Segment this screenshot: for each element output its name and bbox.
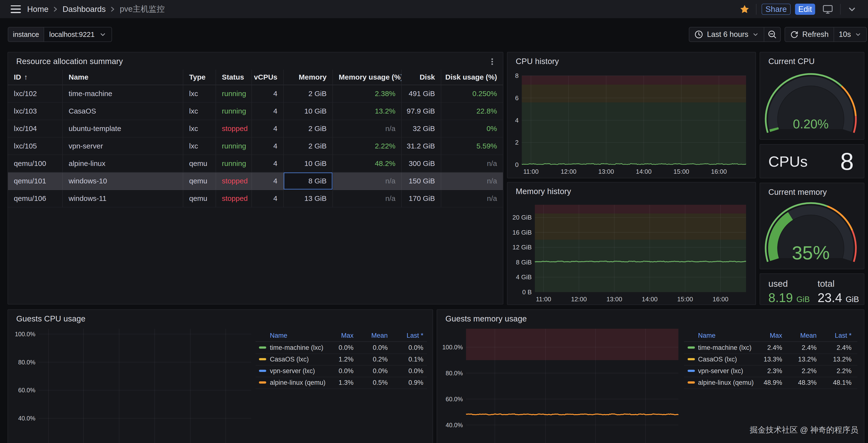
cell-status[interactable]: running	[216, 138, 252, 155]
cell-type[interactable]: lxc	[183, 85, 216, 102]
cell-disk[interactable]: 491 GiB	[402, 85, 441, 102]
cell-mem_usage[interactable]: 2.38%	[333, 85, 402, 102]
cell-vcpus[interactable]: 4	[252, 120, 284, 138]
nav-chevron-down-icon[interactable]	[846, 3, 858, 16]
cell-status[interactable]: running	[216, 155, 252, 173]
cell-type[interactable]: qemu	[183, 173, 216, 190]
cell-id[interactable]: qemu/106	[8, 190, 63, 207]
cell-mem_usage[interactable]: n/a	[333, 173, 402, 190]
cell-vcpus[interactable]: 4	[252, 85, 284, 102]
cell-name[interactable]: time-machine	[63, 85, 183, 102]
cell-type[interactable]: lxc	[183, 120, 216, 138]
cell-name[interactable]: vpn-server	[63, 138, 183, 155]
column-header-type[interactable]: Type	[183, 70, 216, 85]
cell-mem_usage[interactable]: n/a	[333, 190, 402, 207]
svg-text:8: 8	[515, 72, 519, 79]
cell-id[interactable]: qemu/100	[8, 155, 63, 173]
cell-id[interactable]: lxc/105	[8, 138, 63, 155]
breadcrumb-home[interactable]: Home	[27, 5, 49, 14]
cell-status[interactable]: stopped	[216, 173, 252, 190]
cell-disk[interactable]: 31.2 GiB	[402, 138, 441, 155]
cell-memory[interactable]: 10 GiB	[284, 155, 333, 173]
cell-id[interactable]: qemu/101	[8, 173, 63, 190]
column-header-status[interactable]: Status	[216, 70, 252, 85]
cell-id[interactable]: lxc/103	[8, 102, 63, 120]
menu-toggle-icon[interactable]	[11, 5, 21, 13]
favorite-star-icon[interactable]	[738, 3, 751, 16]
cell-disk_usage[interactable]: 22.8%	[441, 102, 503, 120]
cell-memory[interactable]: 2 GiB	[284, 120, 333, 138]
cell-disk[interactable]: 97.9 GiB	[402, 102, 441, 120]
cell-vcpus[interactable]: 4	[252, 190, 284, 207]
cell-vcpus[interactable]: 4	[252, 155, 284, 173]
cell-type[interactable]: qemu	[183, 190, 216, 207]
cell-mem_usage[interactable]: 48.2%	[333, 155, 402, 173]
column-header-memory-usage-[interactable]: Memory usage (%)	[333, 70, 402, 85]
column-header-disk[interactable]: Disk	[402, 70, 441, 85]
edit-button[interactable]: Edit	[795, 4, 815, 15]
cell-disk[interactable]: 32 GiB	[402, 120, 441, 138]
panel-menu-kebab-icon[interactable]	[487, 56, 498, 67]
cell-disk_usage[interactable]: n/a	[441, 190, 503, 207]
svg-text:13:00: 13:00	[607, 295, 622, 303]
guests-cpu-chart[interactable]: 40.0%60.0%80.0%100.0%	[8, 310, 434, 443]
variable-value-dropdown[interactable]: localhost:9221	[44, 27, 112, 42]
cell-name[interactable]: windows-11	[63, 190, 183, 207]
cell-id[interactable]: lxc/104	[8, 120, 63, 138]
cell-vcpus[interactable]: 4	[252, 138, 284, 155]
cell-id[interactable]: lxc/102	[8, 85, 63, 102]
svg-text:12:00: 12:00	[561, 168, 576, 175]
cell-name[interactable]: windows-10	[63, 173, 183, 190]
top-nav: Home Dashboards pve主机监控 Share Edit	[0, 0, 868, 18]
cell-status[interactable]: running	[216, 102, 252, 120]
cell-name[interactable]: CasaOS	[63, 102, 183, 120]
cell-disk[interactable]: 150 GiB	[402, 173, 441, 190]
refresh-button[interactable]: Refresh	[784, 27, 834, 42]
zoom-out-button[interactable]	[764, 27, 781, 42]
column-header-name[interactable]: Name	[63, 70, 183, 85]
column-header-memory[interactable]: Memory	[284, 70, 333, 85]
tv-mode-icon[interactable]	[820, 2, 835, 17]
share-button[interactable]: Share	[762, 4, 790, 15]
cell-memory[interactable]: 2 GiB	[284, 138, 333, 155]
cell-vcpus[interactable]: 4	[252, 173, 284, 190]
cell-type[interactable]: lxc	[183, 138, 216, 155]
cell-disk[interactable]: 170 GiB	[402, 190, 441, 207]
sort-asc-icon: ↑	[24, 73, 28, 81]
cell-disk[interactable]: 300 GiB	[402, 155, 441, 173]
time-range-picker[interactable]: Last 6 hours	[689, 27, 764, 42]
cell-disk_usage[interactable]: 0.250%	[441, 85, 503, 102]
svg-text:13:00: 13:00	[598, 168, 614, 175]
cell-disk_usage[interactable]: 0%	[441, 120, 503, 138]
guests-memory-chart[interactable]: 40.0%60.0%80.0%100.0%	[437, 310, 865, 443]
cell-type[interactable]: qemu	[183, 155, 216, 173]
cell-status[interactable]: stopped	[216, 120, 252, 138]
refresh-interval-dropdown[interactable]: 10s	[834, 27, 867, 42]
cpu-history-chart[interactable]: 0246811:0012:0013:0014:0015:0016:00	[507, 52, 756, 179]
cell-disk_usage[interactable]: n/a	[441, 173, 503, 190]
breadcrumb-dashboards[interactable]: Dashboards	[63, 5, 106, 14]
cell-mem_usage[interactable]: n/a	[333, 120, 402, 138]
memory-history-chart[interactable]: 0 B4 GiB8 GiB12 GiB16 GiB20 GiB11:0012:0…	[507, 182, 756, 305]
cell-memory[interactable]: 10 GiB	[284, 102, 333, 120]
cell-name[interactable]: ubuntu-template	[63, 120, 183, 138]
cell-disk_usage[interactable]: 5.59%	[441, 138, 503, 155]
cell-memory[interactable]: 8 GiB	[284, 173, 333, 190]
svg-text:20 GiB: 20 GiB	[513, 214, 532, 221]
cell-memory[interactable]: 13 GiB	[284, 190, 333, 207]
cell-vcpus[interactable]: 4	[252, 102, 284, 120]
column-header-id[interactable]: ID↑	[8, 70, 63, 85]
cell-memory[interactable]: 2 GiB	[284, 85, 333, 102]
cell-type[interactable]: lxc	[183, 102, 216, 120]
cell-status[interactable]: stopped	[216, 190, 252, 207]
cell-status[interactable]: running	[216, 85, 252, 102]
column-header-vcpus[interactable]: vCPUs	[252, 70, 284, 85]
cell-mem_usage[interactable]: 13.2%	[333, 102, 402, 120]
column-header-disk-usage-[interactable]: Disk usage (%)	[441, 70, 503, 85]
cell-disk_usage[interactable]: n/a	[441, 155, 503, 173]
table-row-qemu-100: qemu/100alpine-linuxqemurunning410 GiB48…	[8, 155, 503, 173]
total-stat: total 23.4 GiB	[817, 279, 859, 305]
cell-mem_usage[interactable]: 2.22%	[333, 138, 402, 155]
breadcrumb: Home Dashboards pve主机监控	[27, 4, 165, 14]
cell-name[interactable]: alpine-linux	[63, 155, 183, 173]
